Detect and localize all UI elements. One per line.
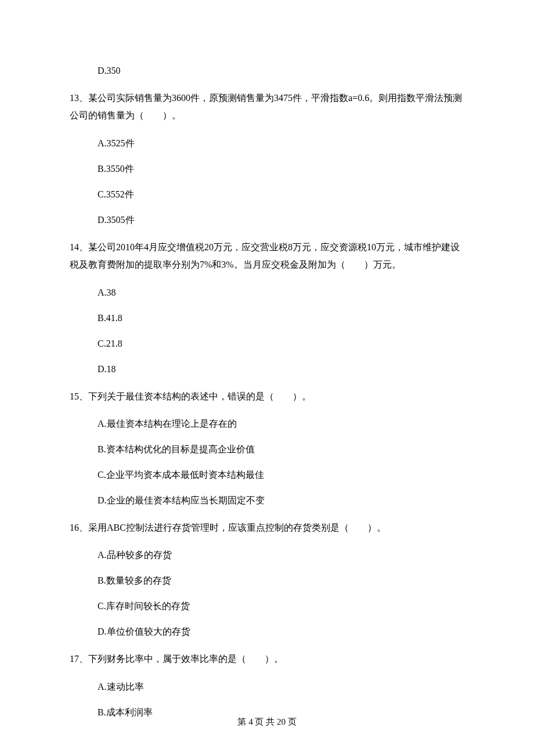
q16-option-b[interactable]: B.数量较多的存货 (70, 574, 464, 588)
q17-stem: 17、下列财务比率中，属于效率比率的是（ ）。 (70, 650, 464, 668)
q16-stem: 16、采用ABC控制法进行存货管理时，应该重点控制的存货类别是（ ）。 (70, 519, 464, 537)
q13-option-c[interactable]: C.3552件 (70, 188, 464, 201)
q13-option-b[interactable]: B.3550件 (70, 162, 464, 176)
q14-option-b[interactable]: B.41.8 (70, 311, 464, 325)
q15-stem: 15、下列关于最佳资本结构的表述中，错误的是（ ）。 (70, 388, 464, 405)
q14-option-a[interactable]: A.38 (70, 286, 464, 300)
q13-stem: 13、某公司实际销售量为3600件，原预测销售量为3475件，平滑指数a=0.6… (70, 89, 464, 125)
q15-option-b[interactable]: B.资本结构优化的目标是提高企业价值 (70, 442, 464, 456)
q16-option-c[interactable]: C.库存时间较长的存货 (70, 599, 464, 613)
q13-option-d[interactable]: D.3505件 (70, 213, 464, 227)
q16-option-a[interactable]: A.品种较多的存货 (70, 548, 464, 562)
q14-option-d[interactable]: D.18 (70, 362, 464, 376)
q15-option-c[interactable]: C.企业平均资本成本最低时资本结构最佳 (70, 468, 464, 482)
page-footer: 第 4 页 共 20 页 (0, 715, 534, 729)
q17-option-a[interactable]: A.速动比率 (70, 680, 464, 694)
q13-option-a[interactable]: A.3525件 (70, 136, 464, 150)
q12-option-d[interactable]: D.350 (70, 64, 464, 78)
q15-option-a[interactable]: A.最佳资本结构在理论上是存在的 (70, 417, 464, 431)
q15-option-d[interactable]: D.企业的最佳资本结构应当长期固定不变 (70, 494, 464, 507)
q14-stem: 14、某公司2010年4月应交增值税20万元，应交营业税8万元，应交资源税10万… (70, 239, 464, 274)
q16-option-d[interactable]: D.单位价值较大的存货 (70, 625, 464, 639)
q14-option-c[interactable]: C.21.8 (70, 337, 464, 351)
